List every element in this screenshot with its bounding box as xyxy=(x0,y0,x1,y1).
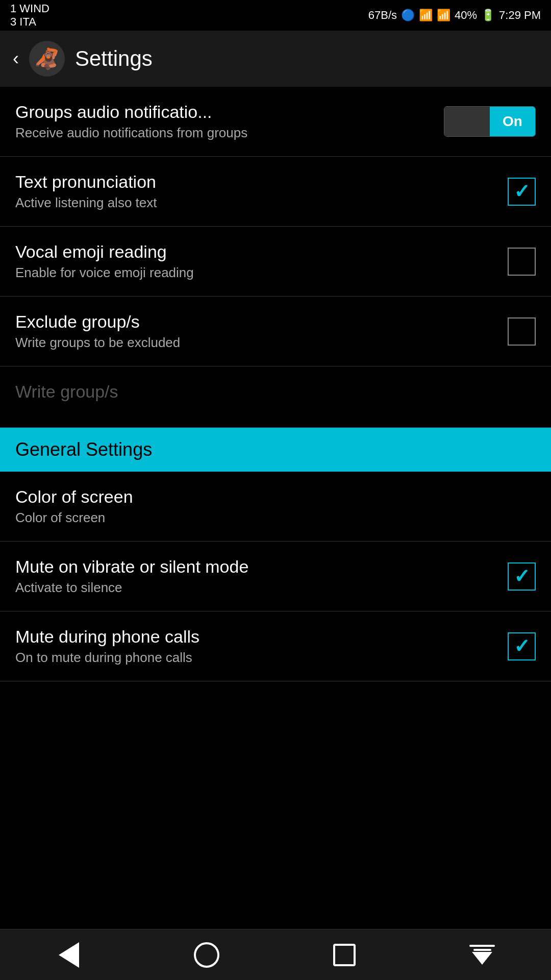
carrier-info: 1 WIND 3 ITA xyxy=(10,2,49,29)
text-pronunciation-checkbox[interactable] xyxy=(508,178,536,206)
mute-vibrate-item[interactable]: Mute on vibrate or silent mode Activate … xyxy=(0,542,551,611)
groups-audio-content: Groups audio notificatio... Receive audi… xyxy=(15,102,444,141)
back-button[interactable]: ‹ xyxy=(13,48,19,69)
mute-calls-checkbox[interactable] xyxy=(508,632,536,660)
vocal-emoji-item[interactable]: Vocal emoji reading Enable for voice emo… xyxy=(0,227,551,297)
bluetooth-icon: 🔵 xyxy=(401,9,415,22)
carrier-line1: 1 WIND xyxy=(10,2,49,15)
color-of-screen-title: Color of screen xyxy=(15,487,536,507)
write-groups-placeholder: Write group/s xyxy=(15,382,118,401)
exclude-groups-subtitle: Write groups to be excluded xyxy=(15,335,508,351)
general-settings-label: General Settings xyxy=(15,439,152,460)
back-nav-button[interactable] xyxy=(48,935,89,975)
color-of-screen-item[interactable]: Color of screen Color of screen xyxy=(0,472,551,542)
download-nav-button[interactable] xyxy=(462,935,503,975)
wifi-icon: 📶 xyxy=(419,9,433,22)
groups-audio-item[interactable]: Groups audio notificatio... Receive audi… xyxy=(0,87,551,157)
mute-calls-title: Mute during phone calls xyxy=(15,627,508,647)
network-speed: 67B/s xyxy=(368,9,397,22)
mute-calls-content: Mute during phone calls On to mute durin… xyxy=(15,627,508,666)
exclude-groups-content: Exclude group/s Write groups to be exclu… xyxy=(15,312,508,351)
exclude-groups-checkbox[interactable] xyxy=(508,317,536,346)
mute-vibrate-title: Mute on vibrate or silent mode xyxy=(15,557,508,577)
vocal-emoji-title: Vocal emoji reading xyxy=(15,242,508,262)
text-pronunciation-content: Text pronunciation Active listening also… xyxy=(15,172,508,211)
page-title: Settings xyxy=(75,46,153,71)
battery-percent: 40% xyxy=(455,9,477,22)
back-nav-icon xyxy=(59,942,79,968)
write-groups-area[interactable]: Write group/s xyxy=(0,366,551,428)
header: ‹ 🦧 Settings xyxy=(0,31,551,87)
battery-icon: 🔋 xyxy=(481,9,495,22)
settings-list: Groups audio notificatio... Receive audi… xyxy=(0,87,551,681)
avatar: 🦧 xyxy=(29,41,65,77)
toggle-on-side: On xyxy=(490,107,535,136)
time: 7:29 PM xyxy=(499,9,541,22)
signal-icon: 📶 xyxy=(437,9,450,22)
toggle-off-side xyxy=(444,107,490,136)
color-of-screen-subtitle: Color of screen xyxy=(15,510,536,526)
text-pronunciation-item[interactable]: Text pronunciation Active listening also… xyxy=(0,157,551,227)
status-right: 67B/s 🔵 📶 📶 40% 🔋 7:29 PM xyxy=(368,9,541,22)
groups-audio-toggle[interactable]: On xyxy=(444,106,536,137)
recents-nav-button[interactable] xyxy=(324,935,365,975)
mute-calls-subtitle: On to mute during phone calls xyxy=(15,650,508,666)
vocal-emoji-subtitle: Enable for voice emoji reading xyxy=(15,265,508,281)
status-bar: 1 WIND 3 ITA 67B/s 🔵 📶 📶 40% 🔋 7:29 PM xyxy=(0,0,551,31)
home-nav-button[interactable] xyxy=(186,935,227,975)
home-nav-icon xyxy=(194,942,219,968)
recents-nav-icon xyxy=(333,944,356,966)
vocal-emoji-content: Vocal emoji reading Enable for voice emo… xyxy=(15,242,508,281)
groups-audio-title: Groups audio notificatio... xyxy=(15,102,444,122)
download-nav-icon xyxy=(469,945,495,965)
mute-vibrate-content: Mute on vibrate or silent mode Activate … xyxy=(15,557,508,596)
mute-calls-item[interactable]: Mute during phone calls On to mute durin… xyxy=(0,611,551,681)
avatar-emoji: 🦧 xyxy=(34,47,60,71)
exclude-groups-item[interactable]: Exclude group/s Write groups to be exclu… xyxy=(0,297,551,366)
color-of-screen-content: Color of screen Color of screen xyxy=(15,487,536,526)
vocal-emoji-checkbox[interactable] xyxy=(508,248,536,276)
general-settings-header: General Settings xyxy=(0,428,551,472)
text-pronunciation-subtitle: Active listening also text xyxy=(15,195,508,211)
carrier-line2: 3 ITA xyxy=(10,15,49,29)
groups-audio-subtitle: Receive audio notifications from groups xyxy=(15,125,444,141)
mute-vibrate-checkbox[interactable] xyxy=(508,562,536,591)
exclude-groups-title: Exclude group/s xyxy=(15,312,508,332)
text-pronunciation-title: Text pronunciation xyxy=(15,172,508,192)
bottom-navigation xyxy=(0,929,551,980)
mute-vibrate-subtitle: Activate to silence xyxy=(15,580,508,596)
